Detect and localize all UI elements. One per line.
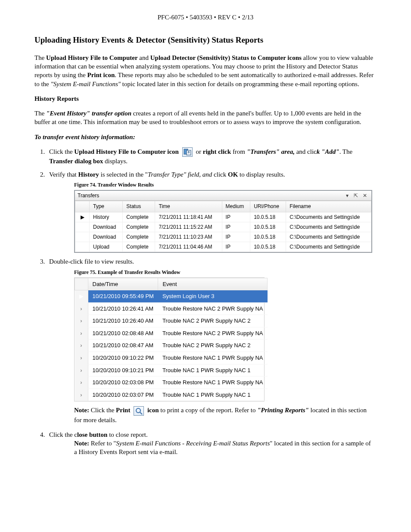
step-4: Click the close button to close report. … (47, 430, 377, 457)
print-preview-icon (134, 406, 144, 416)
note-email: Note: Refer to "System E-mail Functions … (74, 439, 372, 457)
table-row[interactable]: ▶10/21/2010 09:55:49 PMSystem Login User… (75, 290, 268, 303)
svg-line-3 (140, 412, 142, 414)
step-2: Verify that History is selected in the "… (47, 170, 377, 253)
page-title: Uploading History Events & Detector (Sen… (34, 34, 377, 46)
note-print: Note: Click the Print icon to print a co… (74, 406, 372, 424)
upload-history-icon (182, 147, 193, 157)
table-row[interactable]: ›10/21/2010 10:26:40 AMTrouble NAC 2 PWR… (75, 315, 268, 327)
step-3: Double-click file to view results. Figur… (47, 257, 377, 424)
intro-paragraph: The Upload History File to Computer and … (34, 53, 377, 88)
table-row[interactable]: ▶HistoryComplete7/21/2011 11:18:41 AMIP1… (75, 212, 371, 222)
table-row[interactable]: ›10/21/2010 02:08:48 AMTrouble Restore N… (75, 327, 268, 339)
table-row[interactable]: ›10/20/2010 02:03:07 PMTrouble NAC 1 PWR… (75, 389, 268, 401)
svg-point-2 (136, 408, 140, 413)
figure-74-caption: Figure 74. Transfer Window Results (74, 181, 372, 188)
table-row[interactable]: ›10/21/2010 10:26:41 AMTrouble Restore N… (75, 302, 268, 315)
history-paragraph: The "Event History" transfer option crea… (34, 109, 377, 127)
results-table: Date/Time Event ▶10/21/2010 09:55:49 PMS… (75, 278, 268, 401)
table-row[interactable]: ›10/20/2010 09:10:22 PMTrouble Restore N… (75, 352, 268, 364)
table-row[interactable]: DownloadComplete7/21/2011 11:10:23 AMIP1… (75, 232, 371, 242)
transfer-heading: To transfer event history information: (34, 133, 377, 141)
figure-75-caption: Figure 75. Example of Transfer Results W… (74, 269, 372, 276)
table-row[interactable]: UploadComplete7/21/2011 11:04:46 AMIP10.… (75, 242, 371, 252)
step-1: Click the Upload History File to Compute… (47, 147, 377, 166)
table-row[interactable]: ›10/21/2010 02:08:47 AMTrouble NAC 2 PWR… (75, 339, 268, 352)
results-window: Date/Time Event ▶10/21/2010 09:55:49 PMS… (74, 277, 265, 401)
doc-header: PFC-6075 • 5403593 • REV C • 2/13 (34, 13, 377, 22)
table-row[interactable]: ›10/20/2010 02:03:08 PMTrouble Restore N… (75, 376, 268, 389)
table-row[interactable]: ›10/20/2010 09:10:21 PMTrouble NAC 1 PWR… (75, 364, 268, 376)
transfers-window: Transfers ▾ ⇱ ✕ Type Status Time Medium … (74, 190, 372, 253)
history-reports-heading: History Reports (34, 94, 377, 103)
window-controls[interactable]: ▾ ⇱ ✕ (346, 192, 369, 199)
transfers-title: Transfers (78, 192, 99, 199)
table-row[interactable]: DownloadComplete7/21/2011 11:15:22 AMIP1… (75, 222, 371, 232)
transfers-table: Type Status Time Medium URI/Phone Filena… (75, 201, 371, 252)
